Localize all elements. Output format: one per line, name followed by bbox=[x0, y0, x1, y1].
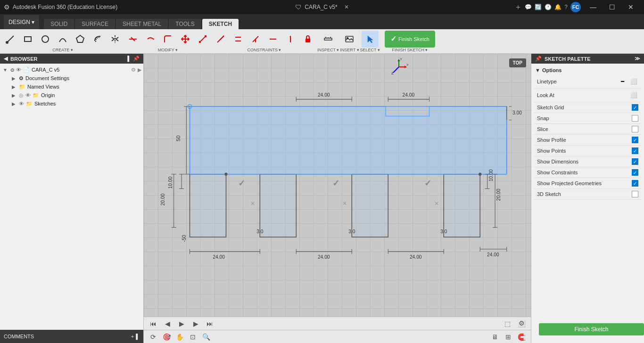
select-button[interactable] bbox=[362, 31, 379, 48]
tab-sheet-metal[interactable]: SHEET METAL bbox=[116, 19, 168, 29]
chat-icon[interactable]: 💬 bbox=[525, 4, 532, 10]
tree-item-root[interactable]: ▼ ⊙ 👁 📄 CARA_C v5 ⚙ ▶ bbox=[0, 65, 143, 74]
tree-arrow-root[interactable]: ▼ bbox=[2, 66, 8, 73]
help-icon[interactable]: ? bbox=[564, 4, 568, 10]
select-mode-button[interactable]: ⬚ bbox=[502, 318, 513, 329]
grid-button[interactable]: ⊞ bbox=[503, 331, 514, 343]
polygon-tool-button[interactable] bbox=[72, 31, 89, 48]
circle-tool-button[interactable] bbox=[37, 31, 54, 48]
close-tab-icon[interactable]: ✕ bbox=[344, 4, 349, 10]
tree-settings-icon[interactable]: ⚙ bbox=[131, 67, 136, 73]
horizontal-button[interactable] bbox=[264, 31, 281, 48]
tree-arrow-origin[interactable]: ▶ bbox=[10, 92, 17, 98]
comments-add-icon[interactable]: + bbox=[131, 334, 134, 339]
tree-item-named-views[interactable]: ▶ 📁 Named Views bbox=[0, 82, 143, 91]
3d-sketch-checkbox[interactable] bbox=[632, 191, 638, 197]
show-projected-label: Show Projected Geometries bbox=[537, 180, 602, 186]
look-at-button[interactable]: 🎯 bbox=[161, 331, 172, 343]
linetype-dash-icon[interactable]: ⬜ bbox=[629, 77, 638, 86]
orbit-button[interactable]: ⟳ bbox=[148, 331, 159, 343]
show-dimensions-checkbox[interactable] bbox=[632, 158, 638, 165]
sketch-grid-checkbox[interactable] bbox=[632, 104, 638, 111]
tree-item-doc-settings[interactable]: ▶ ⚙ Document Settings bbox=[0, 74, 143, 82]
line-tool-button[interactable] bbox=[2, 31, 19, 48]
tree-more-icon[interactable]: ▶ bbox=[138, 67, 141, 73]
offset-tool-button[interactable] bbox=[89, 31, 106, 48]
window-controls[interactable]: — ☐ ✕ bbox=[584, 0, 640, 14]
svg-text:24.00: 24.00 bbox=[403, 92, 415, 98]
zoom-region-button[interactable]: 🔍 bbox=[200, 331, 212, 343]
measure-button[interactable] bbox=[320, 31, 337, 48]
play-button[interactable]: ▶ bbox=[176, 318, 187, 329]
slice-checkbox[interactable] bbox=[632, 126, 638, 132]
svg-rect-17 bbox=[324, 38, 332, 40]
visibility-icon-root[interactable]: 👁 bbox=[16, 67, 21, 73]
minimize-button[interactable]: — bbox=[584, 0, 603, 14]
tree-label-origin: Origin bbox=[41, 92, 141, 98]
prev-frame-button[interactable]: ⏮ bbox=[148, 318, 159, 329]
snap-button[interactable]: 🧲 bbox=[516, 331, 527, 343]
move-tool-button[interactable] bbox=[177, 31, 194, 48]
extend-tool-button[interactable] bbox=[142, 31, 159, 48]
lock-button[interactable] bbox=[299, 31, 316, 48]
tree-arrow-named-views[interactable]: ▶ bbox=[10, 83, 17, 90]
new-tab-icon[interactable]: ＋ bbox=[514, 2, 522, 12]
tab-surface[interactable]: SURFACE bbox=[75, 19, 115, 29]
comments-collapse-icon[interactable]: ▌ bbox=[136, 334, 140, 339]
finish-sketch-toolbar-button[interactable]: ✓ Finish Sketch bbox=[385, 31, 435, 48]
view-cube[interactable]: TOP bbox=[509, 58, 526, 67]
vertical-button[interactable] bbox=[282, 31, 299, 48]
tree-item-origin[interactable]: ▶ ◎ 👁 📁 Origin bbox=[0, 91, 143, 99]
user-avatar[interactable]: FC bbox=[570, 2, 581, 12]
show-points-checkbox[interactable] bbox=[632, 147, 638, 154]
browser-pin-icon[interactable]: 📌 bbox=[133, 56, 140, 62]
design-button[interactable]: DESIGN ▾ bbox=[4, 15, 39, 29]
show-constraints-checkbox[interactable] bbox=[632, 169, 638, 176]
fillet-tool-button[interactable] bbox=[159, 31, 176, 48]
canvas[interactable]: ✓ ✓ ✓ ✕ ✕ ✕ 50 3.00 bbox=[144, 54, 531, 343]
perpendicular-button[interactable] bbox=[247, 31, 264, 48]
parallel-button[interactable] bbox=[230, 31, 247, 48]
clock-icon[interactable]: 🕐 bbox=[545, 4, 552, 10]
insert-image-button[interactable] bbox=[341, 31, 358, 48]
next-button[interactable]: ▶ bbox=[190, 318, 201, 329]
visibility-icon-origin[interactable]: 👁 bbox=[25, 92, 31, 98]
pan-button[interactable]: ✋ bbox=[174, 331, 185, 343]
prev-button[interactable]: ◀ bbox=[162, 318, 173, 329]
snap-checkbox[interactable] bbox=[632, 115, 638, 122]
look-at-icon[interactable]: ⬜ bbox=[629, 90, 638, 100]
animation-bar: ⏮ ◀ ▶ ▶ ⏭ ⬚ ⬜ ⚙ bbox=[144, 317, 531, 330]
notification-icon[interactable]: 🔔 bbox=[554, 4, 561, 10]
arc-tool-button[interactable] bbox=[54, 31, 71, 48]
tab-solid[interactable]: SOLID bbox=[44, 19, 74, 29]
show-profile-checkbox[interactable] bbox=[632, 137, 638, 143]
options-section-header[interactable]: ▼ Options bbox=[533, 65, 642, 75]
coincident-button[interactable] bbox=[212, 31, 229, 48]
tab-tools[interactable]: TOOLS bbox=[169, 19, 201, 29]
tree-item-sketches[interactable]: ▶ 👁 📁 Sketches bbox=[0, 99, 143, 108]
next-frame-button[interactable]: ⏭ bbox=[204, 318, 215, 329]
inspect-group: INSPECT ▾ bbox=[317, 31, 339, 52]
show-projected-checkbox[interactable] bbox=[632, 180, 638, 187]
mirror-tool-button[interactable] bbox=[107, 31, 124, 48]
tree-arrow-sketches[interactable]: ▶ bbox=[10, 100, 17, 107]
browser-collapse-icon[interactable]: ▌ bbox=[127, 56, 131, 62]
zoom-fit-button[interactable]: ⊡ bbox=[187, 331, 198, 343]
settings-cog-button[interactable]: ⚙ bbox=[516, 317, 527, 330]
show-profile-label: Show Profile bbox=[537, 137, 566, 143]
finish-sketch-button[interactable]: Finish Sketch bbox=[539, 323, 644, 335]
rectangle-tool-button[interactable] bbox=[19, 31, 36, 48]
display-settings-button[interactable]: 🖥 bbox=[489, 331, 501, 343]
sync-icon[interactable]: 🔄 bbox=[535, 4, 542, 10]
maximize-button[interactable]: ☐ bbox=[603, 0, 621, 14]
trim-tool-button[interactable] bbox=[124, 31, 141, 48]
tree-arrow-doc-settings[interactable]: ▶ bbox=[10, 75, 17, 82]
scale-tool-button[interactable] bbox=[194, 31, 211, 48]
visibility-icon-sketches[interactable]: 👁 bbox=[19, 101, 24, 106]
palette-expand-icon[interactable]: ≫ bbox=[635, 56, 640, 62]
close-button[interactable]: ✕ bbox=[621, 0, 640, 14]
linetype-solid-icon[interactable]: ━ bbox=[618, 77, 627, 86]
browser-back-icon[interactable]: ◀ bbox=[4, 56, 8, 62]
svg-text:24.00: 24.00 bbox=[213, 254, 225, 260]
tab-sketch[interactable]: SKETCH bbox=[202, 19, 239, 29]
